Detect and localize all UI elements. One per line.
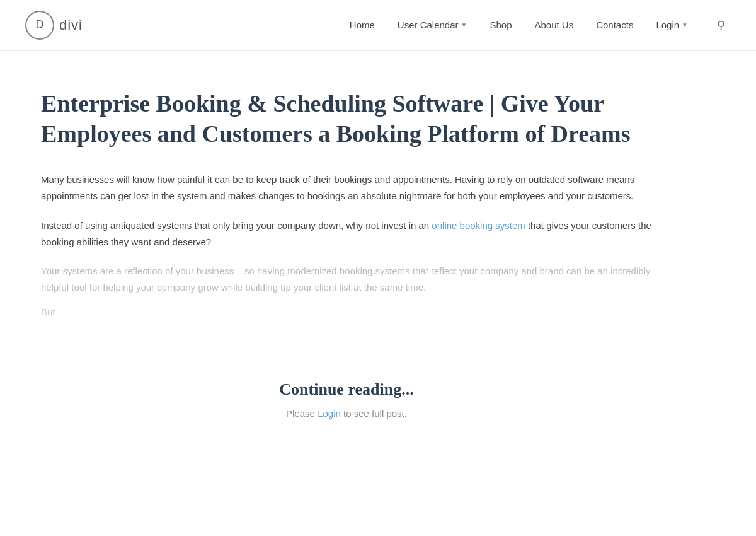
main-content: Enterprise Booking & Scheduling Software…	[0, 51, 693, 469]
login-link[interactable]: Login	[318, 408, 341, 419]
continue-reading-section: Continue reading... Please Login to see …	[41, 342, 652, 444]
faded-label: But	[41, 306, 652, 317]
faded-paragraph: Your systems are a reflection of your bu…	[41, 263, 652, 296]
nav-item-about-us[interactable]: About Us	[534, 20, 573, 30]
paragraph-1: Many businesses will know how painful it…	[41, 172, 652, 205]
online-booking-system-link[interactable]: online booking system	[432, 220, 525, 231]
nav-item-user-calendar[interactable]: User Calendar ▼	[398, 20, 467, 30]
page-title: Enterprise Booking & Scheduling Software…	[41, 89, 652, 149]
logo-name: divi	[59, 17, 83, 33]
search-button[interactable]: ⚲	[711, 15, 731, 35]
continue-reading-sub: Please Login to see full post.	[41, 408, 652, 419]
nav-item-contacts[interactable]: Contacts	[596, 20, 633, 30]
continue-reading-title: Continue reading...	[41, 380, 652, 399]
nav-item-shop[interactable]: Shop	[490, 20, 512, 30]
logo[interactable]: D divi	[25, 11, 83, 40]
main-nav: Home User Calendar ▼ Shop About Us Conta…	[350, 15, 731, 35]
nav-item-login[interactable]: Login ▼	[656, 20, 688, 30]
paragraph-2: Instead of using antiquated systems that…	[41, 218, 652, 251]
logo-icon: D	[25, 11, 54, 40]
site-header: D divi Home User Calendar ▼ Shop About U…	[0, 0, 756, 50]
nav-item-home[interactable]: Home	[350, 20, 375, 30]
chevron-down-icon: ▼	[682, 21, 688, 28]
chevron-down-icon: ▼	[461, 21, 467, 28]
